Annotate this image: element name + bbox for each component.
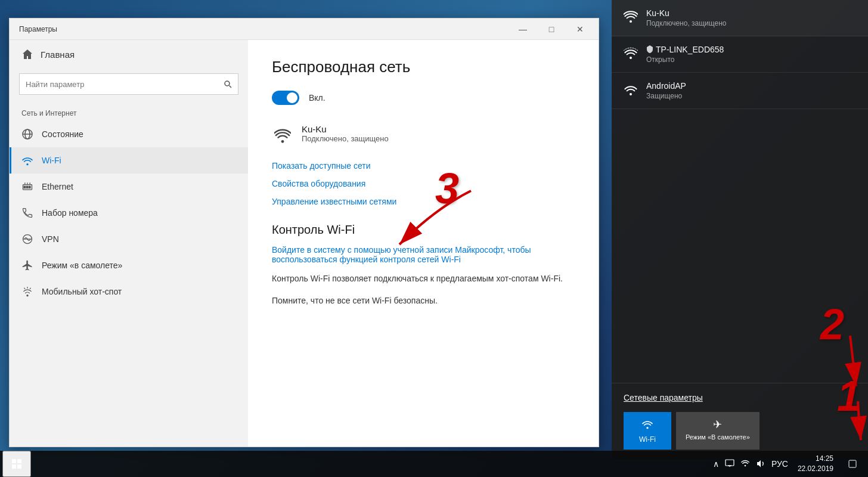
network-info: Ku-Ku Подключено, защищено (302, 124, 389, 143)
sidebar-item-label-ethernet: Ethernet (42, 182, 73, 191)
vpn-icon (21, 233, 33, 245)
sidebar: Главная Сеть и Интернет (10, 40, 248, 447)
search-button[interactable] (217, 73, 238, 95)
minimize-button[interactable]: — (509, 20, 537, 38)
show-networks-link[interactable]: Показать доступные сети (272, 161, 575, 171)
page-title: Беспроводная сеть (272, 58, 575, 76)
panel-bottom: Сетевые параметры Wi-Fi ✈ Режим «В самол… (612, 383, 868, 459)
taskbar: ∧ (0, 451, 868, 477)
sidebar-item-vpn[interactable]: VPN (10, 226, 248, 252)
settings-window: Параметры — □ ✕ Главная (9, 18, 599, 447)
sidebar-item-label-vpn: VPN (42, 234, 59, 244)
panel-network-status-androidap: Защищено (646, 92, 686, 100)
network-name: Ku-Ku (302, 124, 389, 134)
wifi-quick-icon (641, 418, 653, 433)
svg-rect-18 (12, 459, 16, 463)
globe-icon (21, 128, 33, 140)
panel-network-name-tp-link: TP-LINK_EDD658 (656, 45, 724, 54)
panel-network-status-tp-link: Открыто (646, 55, 724, 64)
annotation-1: 1 (837, 374, 861, 417)
sidebar-item-label-hotspot: Мобильный хот-спот (42, 287, 122, 296)
maximize-button[interactable]: □ (538, 20, 565, 38)
sidebar-item-ethernet[interactable]: Ethernet (10, 174, 248, 200)
systray-chevron[interactable]: ∧ (712, 458, 720, 470)
panel-network-status-ku-ku: Подключено, защищено (646, 19, 727, 27)
network-settings-link[interactable]: Сетевые параметры (624, 393, 856, 402)
systray-wifi-icon[interactable] (739, 458, 751, 470)
wifi-quick-label: Wi-Fi (639, 435, 656, 444)
svg-rect-19 (17, 459, 21, 463)
hotspot-icon (21, 286, 33, 298)
window-body: Главная Сеть и Интернет (10, 40, 599, 447)
panel-network-info-ku-ku: Ku-Ku Подключено, защищено (646, 8, 727, 27)
sidebar-item-airplane[interactable]: Режим «в самолете» (10, 252, 248, 278)
wifi-quick-action[interactable]: Wi-Fi (624, 412, 671, 450)
taskbar-left (0, 451, 31, 477)
panel-network-info-tp-link: TP-LINK_EDD658 Открыто (646, 45, 724, 64)
wifi-toggle[interactable] (272, 91, 299, 105)
systray-hardware-icon[interactable] (724, 458, 736, 470)
svg-rect-11 (29, 186, 31, 188)
annotation-3: 3 (435, 167, 459, 210)
systray-lang[interactable]: РУС (770, 458, 789, 470)
sidebar-item-hotspot[interactable]: Мобильный хот-спот (10, 278, 248, 305)
panel-wifi-icon-androidap (624, 82, 638, 97)
wifi-toggle-row: Вкл. (272, 91, 575, 105)
airplane-quick-action[interactable]: ✈ Режим «В самолете» (676, 412, 760, 450)
panel-wifi-icon-tp-link (624, 46, 638, 60)
sidebar-item-status[interactable]: Состояние (10, 121, 248, 147)
start-button[interactable] (2, 451, 31, 477)
connected-network: Ku-Ku Подключено, защищено (272, 122, 575, 149)
sidebar-item-wifi[interactable]: Wi-Fi (10, 147, 248, 174)
sidebar-item-dialup[interactable]: Набор номера (10, 200, 248, 226)
phone-icon (21, 207, 33, 219)
svg-rect-25 (849, 460, 856, 467)
sidebar-item-label-dialup: Набор номера (42, 208, 98, 218)
desktop: Параметры — □ ✕ Главная (0, 0, 868, 477)
toggle-label: Вкл. (309, 93, 326, 103)
panel-network-ku-ku[interactable]: Ku-Ku Подключено, защищено (612, 0, 868, 36)
systray-volume-icon[interactable] (755, 458, 767, 470)
description-2: Помните, что не все сети Wi-Fi безопасны… (272, 295, 575, 307)
network-status: Подключено, защищено (302, 134, 389, 143)
sidebar-item-label-wifi: Wi-Fi (42, 156, 61, 165)
panel-network-name-ku-ku: Ku-Ku (646, 8, 727, 18)
sidebar-home-label: Главная (41, 49, 75, 60)
home-icon (21, 48, 33, 60)
panel-network-info-androidap: AndroidAP Защищено (646, 81, 686, 100)
svg-rect-21 (17, 464, 21, 469)
close-button[interactable]: ✕ (566, 20, 594, 38)
taskbar-right: ∧ (712, 451, 868, 477)
search-input[interactable] (19, 73, 238, 95)
panel-network-tp-link[interactable]: TP-LINK_EDD658 Открыто (612, 36, 868, 73)
svg-rect-9 (24, 186, 26, 188)
svg-line-1 (230, 86, 232, 88)
description-1: Контроль Wi-Fi позволяет подключаться к … (272, 272, 575, 285)
svg-point-0 (225, 81, 230, 86)
search-box (19, 73, 238, 95)
airplane-icon (21, 259, 33, 271)
panel-network-name-androidap: AndroidAP (646, 81, 686, 91)
quick-actions: Wi-Fi ✈ Режим «В самолете» (624, 412, 856, 450)
svg-rect-22 (726, 460, 734, 466)
panel-wifi-icon-ku-ku (624, 10, 638, 24)
clock-date: 22.02.2019 (798, 464, 833, 474)
connected-wifi-icon (272, 125, 293, 147)
notification-button[interactable] (842, 451, 863, 477)
clock-time: 14:25 (816, 454, 833, 464)
title-bar-controls: — □ ✕ (509, 20, 594, 38)
systray: ∧ (712, 458, 789, 470)
panel-network-androidap[interactable]: AndroidAP Защищено (612, 73, 868, 109)
svg-rect-10 (26, 186, 28, 188)
taskbar-clock[interactable]: 14:25 22.02.2019 (794, 454, 837, 474)
svg-rect-20 (12, 464, 16, 469)
window-title: Параметры (19, 25, 57, 33)
airplane-quick-label: Режим «В самолете» (686, 433, 750, 441)
title-bar: Параметры — □ ✕ (10, 18, 599, 40)
ethernet-icon (21, 181, 33, 193)
annotation-2: 2 (820, 303, 844, 346)
sidebar-home[interactable]: Главная (10, 40, 248, 69)
sidebar-item-label-airplane: Режим «в самолете» (42, 261, 122, 270)
section-label: Сеть и Интернет (10, 104, 248, 121)
wifi-icon (21, 154, 33, 166)
